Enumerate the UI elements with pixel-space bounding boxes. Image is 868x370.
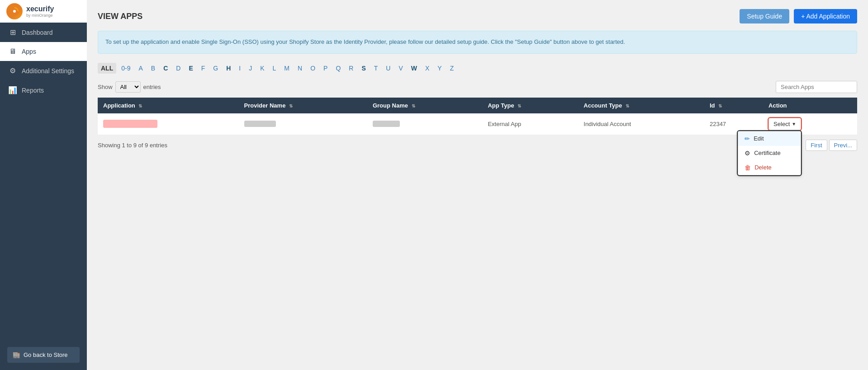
alpha-btn-all[interactable]: ALL	[98, 63, 116, 74]
alpha-btn-h[interactable]: H	[223, 63, 234, 74]
select-btn-container: Select ▼ ✏ Edit ⚙ Certificate	[768, 118, 801, 130]
cell-provider-name	[239, 113, 367, 135]
info-box: To set up the application and enable Sin…	[98, 31, 857, 54]
header-buttons: Setup Guide + Add Application	[740, 9, 857, 23]
sidebar-item-label: Apps	[22, 48, 36, 55]
group-redacted	[373, 121, 400, 127]
go-back-button[interactable]: 🏬 Go back to Store	[7, 347, 80, 363]
alpha-btn-z[interactable]: Z	[447, 63, 457, 74]
add-application-button[interactable]: + Add Application	[794, 9, 857, 23]
main-content: VIEW APPS Setup Guide + Add Application …	[87, 0, 868, 370]
svg-point-1	[13, 10, 16, 13]
sidebar-bottom: 🏬 Go back to Store	[0, 340, 87, 370]
entries-label: entries	[143, 84, 161, 90]
sidebar: xecurify by miniOrange ⊞ Dashboard 🖥 App…	[0, 0, 87, 370]
sidebar-item-reports[interactable]: 📊 Reports	[0, 80, 87, 100]
dashboard-icon: ⊞	[8, 28, 17, 37]
first-page-button[interactable]: First	[806, 140, 827, 151]
setup-guide-button[interactable]: Setup Guide	[740, 9, 789, 23]
select-button[interactable]: Select ▼	[768, 118, 801, 130]
certificate-option[interactable]: ⚙ Certificate	[738, 146, 801, 160]
page-title: VIEW APPS	[98, 12, 142, 21]
alpha-btn-v[interactable]: V	[395, 63, 406, 74]
page-header: VIEW APPS Setup Guide + Add Application	[98, 9, 857, 23]
apps-table: Application ⇅ Provider Name ⇅ Group Name…	[98, 98, 857, 135]
sort-accounttype-icon[interactable]: ⇅	[626, 103, 629, 108]
logo-icon	[6, 3, 23, 19]
col-provider-name: Provider Name ⇅	[239, 98, 367, 113]
sidebar-nav: ⊞ Dashboard 🖥 Apps ⚙ Additional Settings…	[0, 23, 87, 100]
logo-area: xecurify by miniOrange	[0, 0, 87, 23]
alpha-btn-j[interactable]: J	[246, 63, 255, 74]
show-entries: Show All 10 25 50 100 entries	[98, 81, 161, 93]
delete-icon: 🗑	[745, 164, 751, 171]
alpha-btn-i[interactable]: I	[236, 63, 244, 74]
caret-icon: ▼	[792, 122, 796, 126]
sort-apptype-icon[interactable]: ⇅	[517, 103, 521, 108]
alpha-btn-m[interactable]: M	[281, 63, 293, 74]
alpha-btn-g[interactable]: G	[210, 63, 221, 74]
alpha-btn-p[interactable]: P	[320, 63, 331, 74]
provider-redacted	[244, 121, 276, 127]
col-id: Id ⇅	[704, 98, 763, 113]
col-account-type: Account Type ⇅	[578, 98, 704, 113]
alpha-btn-d[interactable]: D	[173, 63, 184, 74]
logo-brand: xecurify	[26, 5, 54, 13]
reports-icon: 📊	[8, 86, 17, 94]
col-app-type: App Type ⇅	[482, 98, 578, 113]
alpha-btn-c[interactable]: C	[160, 63, 171, 74]
sort-id-icon[interactable]: ⇅	[718, 103, 722, 108]
sort-application-icon[interactable]: ⇅	[138, 103, 142, 108]
alpha-btn-l[interactable]: L	[270, 63, 280, 74]
alpha-btn-x[interactable]: X	[422, 63, 432, 74]
sidebar-item-dashboard[interactable]: ⊞ Dashboard	[0, 23, 87, 42]
edit-option[interactable]: ✏ Edit	[738, 131, 801, 146]
cell-action: Select ▼ ✏ Edit ⚙ Certificate	[763, 113, 857, 135]
showing-text: Showing 1 to 9 of 9 entries	[98, 142, 167, 149]
sidebar-item-label: Additional Settings	[22, 67, 74, 75]
entries-select[interactable]: All 10 25 50 100	[115, 81, 141, 93]
edit-icon: ✏	[745, 135, 750, 142]
alpha-btn-q[interactable]: Q	[332, 63, 344, 74]
cell-account-type: Individual Account	[578, 113, 704, 135]
alpha-btn-f[interactable]: F	[198, 63, 209, 74]
cell-group-name	[367, 113, 483, 135]
pagination: First Previ...	[806, 140, 857, 151]
application-redacted	[103, 120, 157, 128]
delete-option[interactable]: 🗑 Delete	[738, 160, 801, 175]
alpha-btn-n[interactable]: N	[294, 63, 305, 74]
alpha-btn-r[interactable]: R	[346, 63, 356, 74]
search-input[interactable]	[776, 81, 857, 93]
col-application: Application ⇅	[98, 98, 239, 113]
alpha-btn-u[interactable]: U	[383, 63, 394, 74]
alpha-btn-t[interactable]: T	[371, 63, 381, 74]
apps-icon: 🖥	[8, 47, 17, 56]
sidebar-item-label: Dashboard	[22, 29, 53, 36]
alpha-btn-o[interactable]: O	[307, 63, 318, 74]
sidebar-item-label: Reports	[22, 87, 44, 94]
alpha-filter: ALL0-9ABCDEFGHIJKLMNOPQRSTUVWXYZ	[98, 63, 857, 74]
cell-application	[98, 113, 239, 135]
prev-page-button[interactable]: Previ...	[829, 140, 857, 151]
col-action: Action	[763, 98, 857, 113]
alpha-btn-k[interactable]: K	[257, 63, 267, 74]
col-group-name: Group Name ⇅	[367, 98, 483, 113]
alpha-btn-e[interactable]: E	[185, 63, 196, 74]
certificate-icon: ⚙	[745, 150, 750, 157]
cell-app-type: External App	[482, 113, 578, 135]
alpha-btn-w[interactable]: W	[408, 63, 420, 74]
go-back-label: Go back to Store	[24, 351, 68, 358]
action-dropdown: ✏ Edit ⚙ Certificate 🗑 Delete	[738, 131, 801, 175]
alpha-btn-a[interactable]: A	[135, 63, 146, 74]
sort-group-icon[interactable]: ⇅	[412, 103, 415, 108]
settings-icon: ⚙	[8, 66, 17, 75]
sidebar-item-apps[interactable]: 🖥 Apps	[0, 42, 87, 61]
go-back-icon: 🏬	[13, 351, 20, 358]
sort-provider-icon[interactable]: ⇅	[289, 103, 293, 108]
alpha-btn-09[interactable]: 0-9	[118, 63, 133, 74]
alpha-btn-b[interactable]: B	[148, 63, 158, 74]
table-row: External App Individual Account 22347 Se…	[98, 113, 857, 135]
alpha-btn-s[interactable]: S	[358, 63, 369, 74]
sidebar-item-additional-settings[interactable]: ⚙ Additional Settings	[0, 61, 87, 80]
alpha-btn-y[interactable]: Y	[434, 63, 445, 74]
